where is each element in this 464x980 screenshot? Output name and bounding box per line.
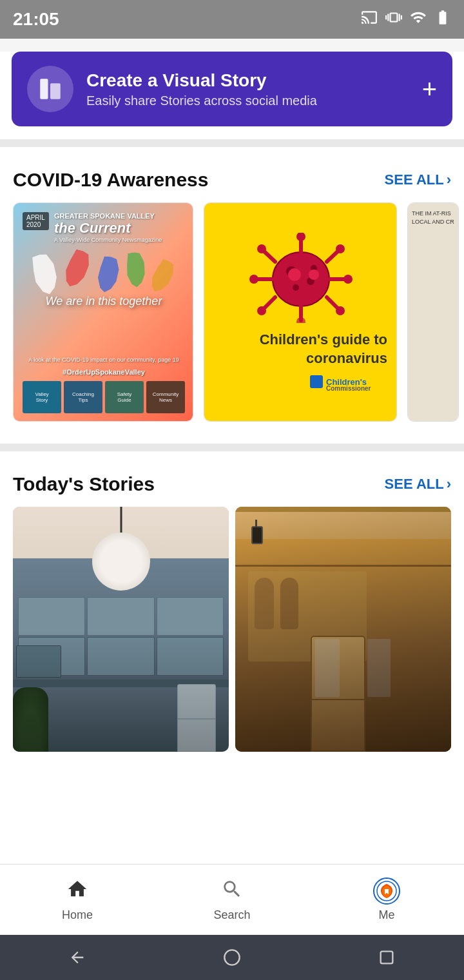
cast-icon: [361, 9, 378, 30]
covid-section-header: COVID-19 Awareness SEE ALL ›: [0, 153, 464, 202]
partial-card-text: THE IM AT-RIS LOCAL AND CR: [412, 210, 456, 226]
nav-home-label: Home: [62, 908, 93, 922]
banner-text-area: Create a Visual Story Easily share Stori…: [86, 70, 409, 109]
covid-section-title: COVID-19 Awareness: [13, 169, 208, 191]
svg-line-5: [264, 251, 275, 262]
magazine-title-area: GREATER SPOKANE VALLEY the Current A Val…: [54, 212, 185, 243]
section-divider-1: [0, 139, 464, 147]
svg-point-2: [273, 252, 329, 306]
banner-subtitle: Easily share Stories across social media: [86, 93, 409, 108]
svg-point-8: [249, 275, 258, 284]
magazine-bottom-strip: ValleyStory CoachingTips SafetyGuide Com…: [23, 381, 185, 413]
status-bar: 21:05: [0, 0, 464, 39]
svg-point-16: [343, 275, 353, 284]
svg-point-23: [288, 268, 301, 281]
nav-me-label: Me: [378, 908, 394, 922]
bottom-nav: Home Search Me: [0, 864, 464, 935]
home-android-button[interactable]: [219, 945, 245, 970]
magazine-headline: We are in this together: [46, 294, 162, 309]
status-icons: [361, 9, 451, 30]
recents-button[interactable]: [374, 945, 400, 970]
chevron-right-icon: ›: [447, 172, 451, 188]
svg-point-21: [293, 284, 299, 291]
svg-point-12: [296, 317, 305, 323]
banner-title: Create a Visual Story: [86, 70, 409, 92]
nav-item-me[interactable]: Me: [309, 877, 464, 922]
childrens-commissioner-logo: Children's Commissioner: [310, 373, 387, 393]
stories-section-title: Today's Stories: [13, 473, 155, 495]
magazine-logo: the Current: [54, 220, 185, 237]
childrens-card-title: Children's guide tocoronavirus: [260, 331, 387, 368]
status-time: 21:05: [13, 9, 59, 30]
svg-line-13: [327, 297, 338, 309]
stories-see-all-button[interactable]: SEE ALL ›: [385, 476, 451, 493]
story-card-store[interactable]: [235, 507, 451, 752]
magazine-hashtag: #OrderUpSpokaneValley: [23, 368, 185, 376]
magazine-date: APRIL2020: [23, 212, 49, 230]
me-avatar: [373, 877, 400, 905]
vibrate-icon: [385, 9, 402, 30]
battery-icon: [434, 9, 451, 30]
svg-point-18: [336, 244, 345, 253]
magazine-subtext: A Valley-Wide Community Newsmagazine: [54, 237, 185, 243]
svg-point-6: [257, 244, 266, 253]
covid-cards-scroll[interactable]: APRIL2020 GREATER SPOKANE VALLEY the Cur…: [0, 202, 464, 437]
svg-line-17: [327, 251, 338, 262]
home-icon: [66, 878, 88, 905]
nav-item-search[interactable]: Search: [155, 878, 309, 922]
visual-story-icon: [37, 75, 64, 103]
covid-card-partial[interactable]: THE IM AT-RIS LOCAL AND CR: [407, 202, 459, 422]
svg-line-9: [264, 297, 275, 309]
section-divider-2: [0, 444, 464, 451]
android-nav-bar: [0, 935, 464, 980]
create-story-banner[interactable]: Create a Visual Story Easily share Stori…: [12, 52, 452, 126]
wifi-icon: [410, 9, 427, 30]
covid-card-childrens-guide[interactable]: Children's guide tocoronavirus Children'…: [204, 202, 397, 422]
svg-text:Commissioner: Commissioner: [326, 385, 371, 391]
story-card-kitchen[interactable]: [13, 507, 229, 752]
search-icon: [221, 878, 243, 905]
svg-point-14: [336, 306, 345, 315]
virus-illustration: [249, 233, 353, 323]
banner-icon-wrap: [27, 66, 73, 112]
stories-grid: [0, 507, 464, 752]
nav-search-label: Search: [213, 908, 250, 922]
stories-chevron-right-icon: ›: [447, 476, 451, 493]
svg-rect-0: [40, 79, 48, 99]
covid-see-all-button[interactable]: SEE ALL ›: [385, 172, 451, 188]
main-content: Create a Visual Story Easily share Stori…: [0, 52, 464, 874]
kitchen-image: [13, 507, 229, 752]
svg-rect-1: [50, 83, 61, 99]
svg-point-30: [224, 950, 239, 965]
svg-point-10: [257, 306, 266, 315]
magazine-tagline: A look at the COVID-19 impact on our com…: [23, 357, 185, 363]
nav-item-home[interactable]: Home: [0, 878, 155, 922]
covid-card-current-magazine[interactable]: APRIL2020 GREATER SPOKANE VALLEY the Cur…: [13, 202, 193, 422]
svg-point-4: [296, 233, 305, 241]
store-image: [235, 507, 451, 752]
back-button[interactable]: [64, 945, 90, 970]
svg-rect-31: [381, 952, 393, 964]
svg-point-24: [309, 270, 319, 280]
banner-plus-button[interactable]: +: [422, 75, 437, 104]
stories-section-header: Today's Stories SEE ALL ›: [0, 458, 464, 507]
svg-rect-25: [310, 375, 323, 388]
